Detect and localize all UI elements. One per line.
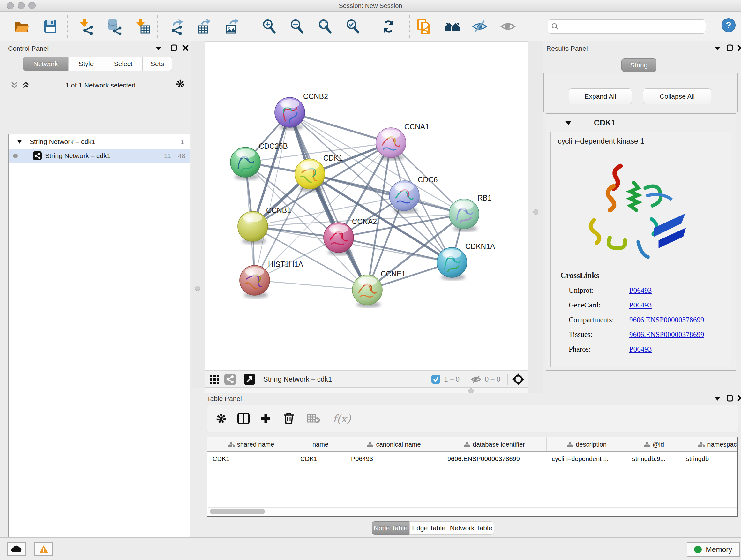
import-table-button[interactable] [134, 17, 152, 36]
splitter-handle[interactable] [533, 209, 538, 214]
import-network-database-button[interactable] [105, 17, 123, 36]
network-node-CDKN1A[interactable]: CDKN1A [437, 242, 495, 280]
network-edge-CCNB2-CCNA1[interactable] [290, 112, 391, 143]
section-caret-icon[interactable] [565, 121, 571, 125]
save-session-button[interactable] [42, 17, 59, 36]
gene-section-header[interactable]: CDK1 [546, 114, 736, 132]
export-image-button[interactable] [223, 17, 241, 36]
duplicate-network-button[interactable] [415, 17, 433, 36]
hidden-eye-slash-icon[interactable] [471, 374, 482, 384]
crosslink-link[interactable]: 9606.ENSP00000378699 [629, 316, 704, 324]
tab-edge-table[interactable]: Edge Table [409, 521, 448, 535]
network-edge-CCNA2-CDKN1A[interactable] [339, 238, 452, 262]
warnings-button[interactable] [35, 543, 53, 556]
splitter-handle[interactable] [195, 286, 200, 291]
column-header-database-identifier[interactable]: database identifier [442, 437, 547, 451]
table-row[interactable]: CDK1CDK1P064939606.ENSP00000378699cyclin… [207, 452, 737, 465]
network-collection-row[interactable]: String Network – cdk1 1 [9, 135, 190, 149]
tab-sets[interactable]: Sets [142, 57, 172, 71]
export-network-button[interactable] [167, 17, 185, 36]
network-node-HIST1H1A[interactable]: HIST1H1A [240, 260, 304, 298]
open-in-window-button[interactable] [244, 374, 255, 385]
table-settings-button[interactable] [213, 410, 229, 427]
network-edge-HIST1H1A-CCNE1[interactable] [255, 280, 367, 290]
crosslink-link[interactable]: P06493 [629, 345, 652, 354]
crosslink-link[interactable]: P06493 [629, 301, 652, 309]
panel-close-icon[interactable] [181, 44, 190, 51]
panel-close-icon[interactable] [736, 395, 741, 401]
panel-restore-icon[interactable] [725, 395, 735, 401]
zoom-in-button[interactable] [260, 17, 278, 36]
delete-table-button[interactable] [306, 410, 322, 427]
import-network-file-button[interactable] [77, 17, 95, 36]
tab-network-table[interactable]: Network Table [448, 521, 494, 535]
right-splitter[interactable] [529, 41, 542, 393]
tab-string[interactable]: String [621, 58, 657, 72]
crosslink-link[interactable]: 9606.ENSP00000378699 [629, 330, 704, 339]
hide-selected-button[interactable] [471, 17, 488, 36]
selected-checkbox-icon[interactable] [431, 374, 441, 384]
splitter-handle[interactable] [468, 388, 474, 393]
column-header-canonical-name[interactable]: canonical name [346, 437, 442, 451]
network-node-CDC25B[interactable]: CDC25B [230, 142, 288, 180]
crosshair-icon[interactable] [512, 373, 525, 386]
open-session-button[interactable] [13, 17, 30, 36]
table-cell[interactable]: 9606.ENSP00000378699 [442, 452, 547, 465]
show-all-button[interactable] [499, 17, 517, 36]
add-column-button[interactable] [258, 410, 274, 427]
scrollbar-thumb[interactable] [210, 509, 265, 514]
column-header--id[interactable]: @id [627, 437, 681, 451]
network-node-CDK1[interactable]: CDK1 [295, 154, 343, 192]
collapse-all-networks-icon[interactable] [10, 81, 19, 88]
expand-all-networks-icon[interactable] [21, 81, 30, 88]
tab-node-table[interactable]: Node Table [372, 521, 409, 535]
panel-restore-icon[interactable] [725, 44, 735, 51]
column-header-namespac[interactable]: namespac [681, 437, 738, 451]
network-row-selected[interactable]: String Network – cdk1 11 48 [9, 149, 190, 163]
table-cell[interactable]: stringdb:9... [627, 452, 681, 465]
table-cell[interactable]: P06493 [346, 452, 442, 465]
network-info-button[interactable] [224, 374, 236, 385]
table-cell[interactable]: cyclin–dependent ... [547, 452, 627, 465]
table-cell[interactable]: stringdb [681, 452, 738, 465]
horizontal-splitter[interactable] [205, 388, 529, 393]
zoom-out-button[interactable] [288, 17, 306, 36]
table-cell[interactable]: CDK1 [295, 452, 346, 465]
panel-float-icon[interactable] [713, 45, 722, 52]
gear-icon[interactable] [176, 80, 185, 87]
tab-select[interactable]: Select [104, 57, 142, 71]
export-table-button[interactable] [195, 17, 213, 36]
column-header-shared-name[interactable]: shared name [207, 437, 295, 451]
neighborhood-button[interactable] [444, 17, 461, 36]
panel-restore-icon[interactable] [169, 44, 179, 51]
column-header-name[interactable]: name [295, 437, 346, 451]
delete-column-button[interactable] [280, 410, 297, 427]
tab-style[interactable]: Style [68, 57, 104, 71]
network-edge-CDK1-RB1[interactable] [310, 174, 464, 214]
node-table[interactable]: shared namenamecanonical namedatabase id… [207, 437, 738, 516]
column-header-description[interactable]: description [547, 437, 627, 451]
function-builder-button[interactable]: f(x) [329, 410, 354, 427]
panel-close-icon[interactable] [736, 44, 741, 51]
network-node-RB1[interactable]: RB1 [449, 194, 492, 232]
tab-network[interactable]: Network [23, 57, 68, 71]
show-columns-button[interactable] [235, 410, 252, 427]
zoom-selected-button[interactable] [344, 17, 361, 36]
network-canvas[interactable]: CCNB2CCNA1CDC25BCDK1CDC6RB1CCNB1CCNA2CDK… [205, 41, 529, 371]
cloud-button[interactable] [7, 543, 25, 556]
network-graph[interactable]: CCNB2CCNA1CDC25BCDK1CDC6RB1CCNB1CCNA2CDK… [205, 42, 528, 370]
refresh-view-button[interactable] [380, 17, 398, 36]
network-node-CCNB2[interactable]: CCNB2 [275, 92, 328, 130]
zoom-fit-button[interactable] [316, 17, 334, 36]
horizontal-scrollbar[interactable] [208, 507, 737, 515]
search-input[interactable] [561, 23, 702, 30]
collapse-caret-icon[interactable] [17, 140, 22, 144]
table-cell[interactable]: CDK1 [207, 452, 295, 465]
collapse-all-button[interactable]: Collapse All [643, 88, 711, 105]
left-splitter[interactable] [192, 41, 205, 388]
panel-float-icon[interactable] [713, 395, 722, 402]
birdseye-toggle-button[interactable] [209, 374, 220, 385]
help-button[interactable]: ? [720, 16, 738, 34]
memory-button[interactable]: Memory [687, 542, 740, 557]
panel-float-icon[interactable] [154, 45, 163, 52]
